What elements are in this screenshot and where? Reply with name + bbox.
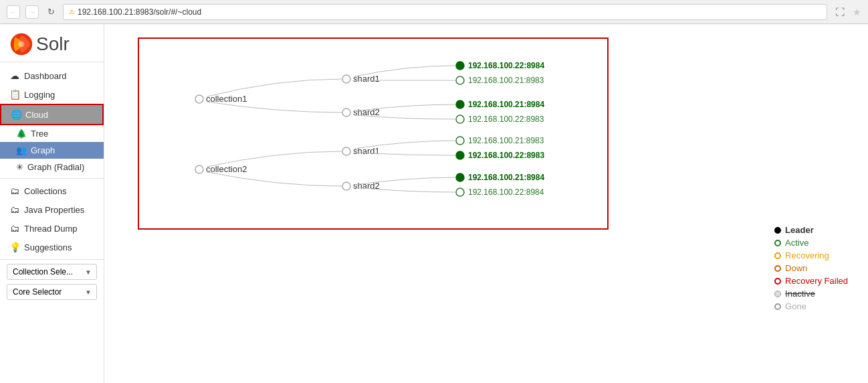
down-dot bbox=[774, 265, 781, 272]
address-bar[interactable]: ⚠ 192.168.100.21:8983/solr/#/~cloud bbox=[63, 4, 827, 20]
sidebar-item-java-properties[interactable]: 🗂 Java Properties bbox=[0, 200, 104, 219]
security-icon: ⚠ bbox=[69, 8, 75, 15]
suggestions-icon: 💡 bbox=[9, 242, 20, 252]
node-c1s1-leader-text: 192.168.100.22:8984 bbox=[468, 61, 544, 70]
graph-icon: 👥 bbox=[16, 145, 27, 155]
node-c2s2-leader-text: 192.168.100.21:8984 bbox=[468, 173, 544, 182]
leader-label: Leader bbox=[785, 225, 814, 235]
node-c1s2-active-text: 192.168.100.22:8983 bbox=[468, 114, 544, 124]
shard1-c1-node[interactable] bbox=[342, 75, 350, 83]
shard2-c2-node[interactable] bbox=[342, 182, 350, 190]
sidebar-label-cloud: Cloud bbox=[25, 110, 48, 120]
recovering-label: Recovering bbox=[785, 250, 829, 260]
tree-icon: 🌲 bbox=[16, 129, 27, 139]
gone-dot bbox=[774, 303, 781, 310]
core-selector[interactable]: Core Selector ▼ bbox=[7, 284, 97, 300]
graph-display: collection1 shard1 shard2 192.168.100.22… bbox=[138, 37, 609, 230]
node-c1s1-active-text: 192.168.100.21:8983 bbox=[468, 76, 544, 85]
graph-container: collection1 shard1 shard2 192.168.100.22… bbox=[111, 31, 861, 236]
sidebar-label-logging: Logging bbox=[24, 90, 55, 100]
url-text: 192.168.100.21:8983/solr/#/~cloud bbox=[78, 7, 201, 17]
sidebar-item-cloud[interactable]: 🌐 Cloud bbox=[0, 104, 104, 125]
sidebar-label-graph-radial: Graph (Radial) bbox=[27, 162, 84, 172]
node-c1s1-leader[interactable] bbox=[456, 62, 464, 70]
node-c2s1-active-text: 192.168.100.21:8983 bbox=[468, 136, 544, 145]
cloud-icon: 🌐 bbox=[11, 109, 21, 120]
down-label: Down bbox=[785, 263, 807, 273]
sidebar-label-suggestions: Suggestions bbox=[24, 242, 72, 252]
legend-recovery-failed: Recovery Failed bbox=[774, 276, 848, 286]
sidebar-item-thread-dump[interactable]: 🗂 Thread Dump bbox=[0, 219, 104, 238]
java-icon: 🗂 bbox=[9, 204, 20, 215]
sidebar: Solr ☁ Dashboard 📋 Logging 🌐 Cloud 🌲 T bbox=[0, 24, 104, 383]
legend-recovering: Recovering bbox=[774, 250, 848, 260]
screenshot-button[interactable]: ⛶ bbox=[835, 7, 845, 17]
recovering-dot bbox=[774, 252, 781, 259]
node-c1s1-active[interactable] bbox=[456, 76, 464, 84]
collection1-node[interactable] bbox=[195, 95, 203, 103]
node-c2s2-active-text: 192.168.100.22:8984 bbox=[468, 187, 544, 197]
inactive-label: Inactive bbox=[785, 289, 815, 299]
sidebar-label-tree: Tree bbox=[31, 129, 48, 139]
sidebar-item-graph-radial[interactable]: ✳ Graph (Radial) bbox=[0, 159, 104, 175]
bookmark-button[interactable]: ★ bbox=[853, 7, 861, 17]
sidebar-item-tree[interactable]: 🌲 Tree bbox=[0, 125, 104, 142]
sidebar-label-dashboard: Dashboard bbox=[24, 71, 67, 81]
shard2-c1-node[interactable] bbox=[342, 108, 350, 117]
legend-inactive: Inactive bbox=[774, 289, 848, 299]
legend-leader: Leader bbox=[774, 225, 848, 235]
shard1-c2-node[interactable] bbox=[342, 147, 350, 155]
sidebar-item-graph[interactable]: 👥 Graph bbox=[0, 142, 104, 159]
sidebar-divider-2 bbox=[0, 259, 104, 260]
sidebar-item-logging[interactable]: 📋 Logging bbox=[0, 85, 104, 104]
legend: Leader Active Recovering Down Recovery F… bbox=[774, 225, 848, 311]
sidebar-label-graph: Graph bbox=[31, 145, 55, 155]
shard1-c1-label: shard1 bbox=[353, 74, 380, 84]
sidebar-item-collections[interactable]: 🗂 Collections bbox=[0, 181, 104, 200]
node-c2s2-active[interactable] bbox=[456, 188, 464, 196]
sidebar-nav: ☁ Dashboard 📋 Logging 🌐 Cloud 🌲 Tree 👥 G… bbox=[0, 62, 104, 308]
core-select[interactable]: Core Selector bbox=[7, 284, 97, 300]
inactive-dot bbox=[774, 291, 781, 297]
collection-selector[interactable]: Collection Sele... ▼ bbox=[7, 264, 97, 280]
node-c2s2-leader[interactable] bbox=[456, 173, 464, 181]
shard1-c2-label: shard1 bbox=[353, 146, 380, 156]
node-c2s1-leader[interactable] bbox=[456, 151, 464, 159]
node-c2s1-active[interactable] bbox=[456, 137, 464, 145]
collections-icon: 🗂 bbox=[9, 185, 20, 196]
node-c2s1-leader-text: 192.168.100.22:8983 bbox=[468, 151, 544, 160]
active-label: Active bbox=[785, 238, 808, 248]
collection2-node[interactable] bbox=[195, 165, 203, 173]
dashboard-icon: ☁ bbox=[9, 70, 20, 81]
legend-gone: Gone bbox=[774, 301, 848, 311]
sidebar-item-suggestions[interactable]: 💡 Suggestions bbox=[0, 238, 104, 256]
collection-select[interactable]: Collection Sele... bbox=[7, 264, 97, 280]
leader-dot bbox=[774, 227, 781, 234]
content-area: collection1 shard1 shard2 192.168.100.22… bbox=[104, 24, 868, 383]
recovery-failed-label: Recovery Failed bbox=[785, 276, 848, 286]
legend-active: Active bbox=[774, 238, 848, 248]
sidebar-divider-1 bbox=[0, 178, 104, 179]
sidebar-item-dashboard[interactable]: ☁ Dashboard bbox=[0, 66, 104, 85]
solr-logo-icon bbox=[9, 32, 33, 56]
sidebar-label-java-properties: Java Properties bbox=[24, 205, 84, 215]
node-c1s2-leader[interactable] bbox=[456, 100, 464, 108]
legend-down: Down bbox=[774, 263, 848, 273]
reload-button[interactable]: ↻ bbox=[44, 5, 58, 19]
sidebar-label-collections: Collections bbox=[24, 186, 67, 196]
logo-area: Solr bbox=[0, 24, 104, 62]
back-button[interactable]: ← bbox=[7, 5, 20, 19]
thread-icon: 🗂 bbox=[9, 223, 20, 234]
forward-button[interactable]: → bbox=[25, 5, 39, 19]
gone-label: Gone bbox=[785, 301, 806, 311]
browser-bar: ← → ↻ ⚠ 192.168.100.21:8983/solr/#/~clou… bbox=[0, 0, 868, 24]
cloud-graph-svg: collection1 shard1 shard2 192.168.100.22… bbox=[146, 46, 601, 220]
active-dot bbox=[774, 240, 781, 246]
svg-point-1 bbox=[19, 42, 25, 48]
logo: Solr bbox=[9, 32, 94, 56]
node-c1s2-active[interactable] bbox=[456, 115, 464, 123]
graph-radial-icon: ✳ bbox=[16, 162, 23, 172]
logo-text: Solr bbox=[36, 35, 70, 54]
node-c1s2-leader-text: 192.168.100.21:8984 bbox=[468, 100, 544, 109]
sidebar-label-thread-dump: Thread Dump bbox=[24, 224, 77, 234]
